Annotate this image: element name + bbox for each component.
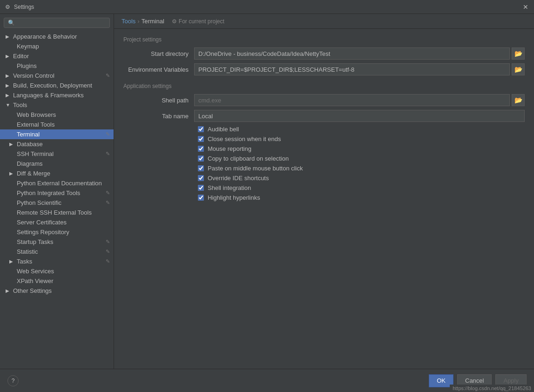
- sidebar-item-diagrams[interactable]: Diagrams: [0, 159, 114, 169]
- sidebar-item-remote-ssh[interactable]: Remote SSH External Tools: [0, 208, 114, 217]
- checkbox-label-shell-integration[interactable]: Shell integration: [208, 184, 251, 191]
- sidebar-item-tasks[interactable]: ▶Tasks✎: [0, 257, 114, 266]
- sidebar-item-label: Python Scientific: [17, 199, 61, 206]
- for-current-project-label: For current project: [172, 18, 224, 25]
- sidebar-item-editor[interactable]: ▶Editor: [0, 51, 114, 61]
- tab-name-input[interactable]: [194, 110, 525, 122]
- window-title: Settings: [14, 4, 518, 10]
- sidebar-item-label: Appearance & Behavior: [13, 33, 77, 40]
- arrow-icon: ▶: [6, 54, 11, 59]
- sidebar-item-python-ext-doc[interactable]: Python External Documentation: [0, 178, 114, 188]
- tab-name-label: Tab name: [123, 113, 189, 120]
- checkbox-shell-integration[interactable]: [198, 185, 204, 191]
- checkbox-highlight-hyperlinks[interactable]: [198, 195, 204, 201]
- sidebar-item-web-browsers[interactable]: Web Browsers: [0, 110, 114, 120]
- tab-name-wrapper: [194, 110, 525, 122]
- sidebar-item-tools[interactable]: ▼Tools: [0, 100, 114, 110]
- sidebar-item-other-settings[interactable]: ▶Other Settings: [0, 286, 114, 296]
- checkbox-close-session[interactable]: [198, 136, 204, 142]
- project-settings-title: Project settings: [123, 36, 525, 43]
- sidebar: ▶Appearance & BehaviorKeymap▶EditorPlugi…: [0, 14, 114, 369]
- checkbox-label-audible-bell[interactable]: Audible bell: [208, 126, 239, 133]
- sidebar-item-startup-tasks[interactable]: Startup Tasks✎: [0, 237, 114, 247]
- sidebar-item-ssh-terminal[interactable]: SSH Terminal✎: [0, 149, 114, 159]
- shell-path-input[interactable]: [194, 94, 510, 106]
- checkbox-row-paste-middle: Paste on middle mouse button click: [123, 165, 525, 172]
- start-directory-label: Start directory: [123, 50, 189, 57]
- sidebar-item-label: Settings Repository: [17, 229, 69, 236]
- sidebar-item-label: Terminal: [17, 131, 40, 138]
- sidebar-item-external-tools[interactable]: External Tools: [0, 120, 114, 129]
- sidebar-item-web-services[interactable]: Web Services: [0, 266, 114, 276]
- content-area: Tools › Terminal For current project Pro…: [114, 14, 534, 369]
- sidebar-item-xpath-viewer[interactable]: XPath Viewer: [0, 276, 114, 286]
- sidebar-item-python-integrated[interactable]: Python Integrated Tools✎: [0, 188, 114, 198]
- app-settings-section: Application settings Shell path 📂 Tab na…: [123, 83, 525, 201]
- arrow-icon: ▶: [6, 73, 11, 78]
- checkbox-copy-clipboard[interactable]: [198, 155, 204, 162]
- checkbox-mouse-reporting[interactable]: [198, 146, 204, 152]
- checkbox-audible-bell[interactable]: [198, 126, 204, 132]
- checkbox-row-highlight-hyperlinks: Highlight hyperlinks: [123, 194, 525, 201]
- shell-path-browse-button[interactable]: 📂: [512, 94, 525, 106]
- arrow-icon: ▶: [9, 171, 15, 176]
- sidebar-item-label: Startup Tasks: [17, 238, 54, 245]
- start-directory-input[interactable]: [194, 47, 510, 60]
- close-button[interactable]: ✕: [521, 2, 530, 12]
- checkbox-label-close-session[interactable]: Close session when it ends: [208, 135, 281, 142]
- search-input[interactable]: [4, 18, 110, 28]
- checkbox-label-override-shortcuts[interactable]: Override IDE shortcuts: [208, 175, 269, 182]
- checkboxes-container: Audible bellClose session when it endsMo…: [123, 126, 525, 201]
- sidebar-item-label: Tasks: [17, 258, 32, 265]
- edit-icon: ✎: [106, 258, 110, 264]
- app-settings-title: Application settings: [123, 83, 525, 89]
- sidebar-item-label: Version Control: [13, 72, 54, 79]
- sidebar-item-label: Python External Documentation: [17, 180, 102, 187]
- sidebar-item-label: Plugins: [17, 62, 37, 69]
- tab-name-row: Tab name: [123, 110, 525, 122]
- checkbox-label-copy-clipboard[interactable]: Copy to clipboard on selection: [208, 155, 289, 162]
- checkbox-label-mouse-reporting[interactable]: Mouse reporting: [208, 145, 251, 152]
- edit-icon: ✎: [106, 131, 110, 137]
- checkbox-paste-middle[interactable]: [198, 165, 204, 171]
- checkbox-override-shortcuts[interactable]: [198, 175, 204, 181]
- edit-icon: ✎: [106, 190, 110, 196]
- sidebar-item-keymap[interactable]: Keymap: [0, 41, 114, 51]
- sidebar-item-terminal[interactable]: Terminal✎: [0, 129, 114, 139]
- env-vars-label: Environment Variables: [123, 66, 189, 73]
- sidebar-item-appearance[interactable]: ▶Appearance & Behavior: [0, 32, 114, 41]
- app-icon: ⚙: [4, 3, 11, 11]
- start-directory-browse-button[interactable]: 📂: [512, 47, 525, 60]
- help-button[interactable]: ?: [7, 375, 19, 386]
- checkbox-label-highlight-hyperlinks[interactable]: Highlight hyperlinks: [208, 194, 260, 201]
- shell-path-wrapper: 📂: [194, 94, 525, 106]
- sidebar-item-server-certs[interactable]: Server Certificates: [0, 217, 114, 227]
- sidebar-item-label: Diagrams: [17, 160, 43, 167]
- edit-icon: ✎: [106, 73, 110, 79]
- checkbox-row-close-session: Close session when it ends: [123, 135, 525, 142]
- breadcrumb: Tools › Terminal For current project: [114, 14, 534, 29]
- checkbox-row-override-shortcuts: Override IDE shortcuts: [123, 175, 525, 182]
- sidebar-item-label: Python Integrated Tools: [17, 189, 80, 196]
- sidebar-item-plugins[interactable]: Plugins: [0, 61, 114, 71]
- sidebar-item-database[interactable]: ▶Database: [0, 139, 114, 149]
- env-vars-browse-button[interactable]: 📂: [512, 63, 525, 75]
- env-vars-wrapper: 📂: [194, 63, 525, 75]
- sidebar-item-languages[interactable]: ▶Languages & Frameworks: [0, 90, 114, 100]
- sidebar-item-diff-merge[interactable]: ▶Diff & Merge: [0, 169, 114, 178]
- sidebar-item-version-control[interactable]: ▶Version Control✎: [0, 71, 114, 81]
- sidebar-item-label: Other Settings: [13, 287, 52, 294]
- checkbox-label-paste-middle[interactable]: Paste on middle mouse button click: [208, 165, 303, 172]
- sidebar-item-statistic[interactable]: Statistic✎: [0, 247, 114, 257]
- breadcrumb-parent[interactable]: Tools: [122, 18, 135, 25]
- env-vars-row: Environment Variables 📂: [123, 63, 525, 75]
- sidebar-item-settings-repo[interactable]: Settings Repository: [0, 227, 114, 237]
- sidebar-item-label: Database: [17, 141, 43, 148]
- sidebar-item-python-scientific[interactable]: Python Scientific✎: [0, 198, 114, 208]
- sidebar-item-label: SSH Terminal: [17, 150, 54, 157]
- env-vars-input[interactable]: [194, 63, 510, 75]
- sidebar-item-build-execution[interactable]: ▶Build, Execution, Deployment: [0, 81, 114, 90]
- title-bar: ⚙ Settings ✕: [0, 0, 534, 14]
- start-directory-row: Start directory 📂: [123, 47, 525, 60]
- arrow-icon: ▶: [9, 259, 15, 264]
